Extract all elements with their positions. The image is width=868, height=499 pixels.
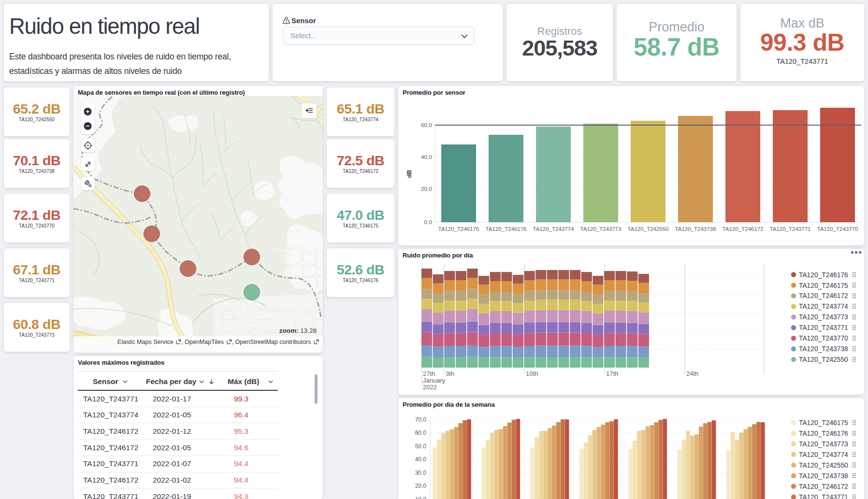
svg-text:60.0: 60.0 <box>421 122 432 128</box>
svg-text:January: January <box>423 377 446 384</box>
svg-text:TA120_T243773: TA120_T243773 <box>799 441 848 448</box>
svg-text:10th: 10th <box>526 370 538 377</box>
svg-text:0.0: 0.0 <box>424 219 433 226</box>
svg-text:TA120_T243738: TA120_T243738 <box>799 472 848 480</box>
svg-text:60.0: 60.0 <box>415 429 427 436</box>
svg-text:10.0: 10.0 <box>415 496 427 499</box>
svg-text:20.0: 20.0 <box>415 483 427 489</box>
svg-text:TA120_T246172: TA120_T246172 <box>799 292 848 299</box>
svg-text:40.0: 40.0 <box>421 154 432 160</box>
svg-text:TA120_T246176: TA120_T246176 <box>799 271 848 279</box>
svg-text:TA120_T242550: TA120_T242550 <box>799 462 848 469</box>
svg-text:TA120_T243771: TA120_T243771 <box>799 494 848 499</box>
svg-text:TA120_T243773: TA120_T243773 <box>580 226 622 232</box>
svg-text:2022: 2022 <box>423 384 437 391</box>
svg-text:TA120_T243771: TA120_T243771 <box>799 324 848 331</box>
svg-text:17th: 17th <box>606 370 618 377</box>
svg-text:TA120_T243770: TA120_T243770 <box>799 335 848 342</box>
svg-text:TA120_T243774: TA120_T243774 <box>799 303 848 310</box>
svg-text:27th: 27th <box>423 370 435 377</box>
svg-text:TA120_T246176: TA120_T246176 <box>799 430 848 437</box>
svg-text:TA120_T243771: TA120_T243771 <box>770 226 811 232</box>
svg-text:30.0: 30.0 <box>415 470 427 476</box>
svg-text:TA120_T243774: TA120_T243774 <box>799 451 848 458</box>
svg-text:TA120_T246172: TA120_T246172 <box>799 483 848 490</box>
svg-text:TA120_T243774: TA120_T243774 <box>533 226 574 232</box>
svg-text:TA120_T243738: TA120_T243738 <box>675 226 716 232</box>
svg-text:TA120_T246175: TA120_T246175 <box>799 419 848 427</box>
svg-text:40.0: 40.0 <box>415 456 427 463</box>
svg-text:24th: 24th <box>686 370 698 377</box>
svg-text:70.0: 70.0 <box>415 416 427 423</box>
svg-text:TA120_T242550: TA120_T242550 <box>628 226 669 232</box>
svg-text:TA120_T246175: TA120_T246175 <box>438 226 479 232</box>
svg-text:dB: dB <box>406 170 413 178</box>
svg-text:TA120_T243770: TA120_T243770 <box>817 226 858 232</box>
svg-text:TA120_T243738: TA120_T243738 <box>799 345 848 353</box>
svg-text:TA120_T246175: TA120_T246175 <box>799 282 848 289</box>
svg-text:TA120_T243773: TA120_T243773 <box>799 314 848 321</box>
svg-text:50.0: 50.0 <box>415 443 427 450</box>
svg-text:3th: 3th <box>446 370 454 377</box>
svg-text:TA120_T246172: TA120_T246172 <box>723 226 764 232</box>
svg-text:TA120_T242550: TA120_T242550 <box>799 356 848 363</box>
svg-text:20.0: 20.0 <box>421 185 432 192</box>
svg-text:TA120_T246176: TA120_T246176 <box>486 226 527 232</box>
